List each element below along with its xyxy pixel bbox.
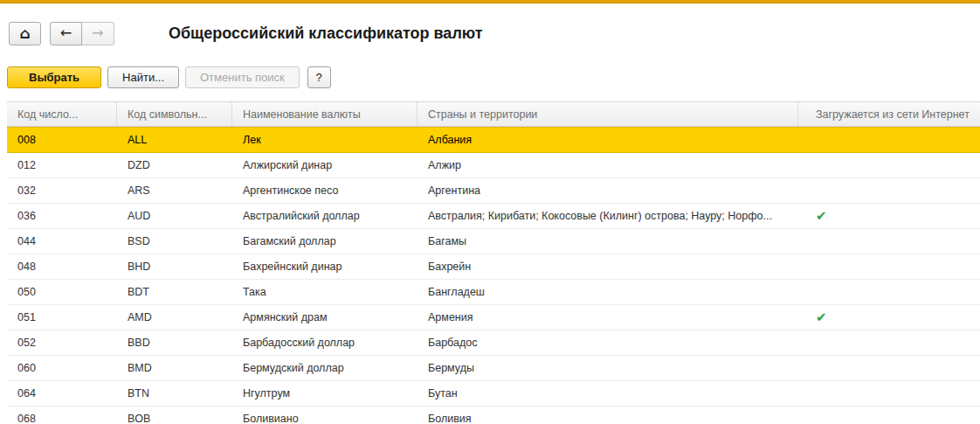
navigation-bar: ⌂ ← → Общероссийский классификатор валют [9,21,971,45]
cell-countries: Аргентина [418,178,798,203]
cell-countries: Бангладеш [418,280,798,304]
column-header-internet[interactable]: Загружается из сети Интернет [798,102,980,126]
help-button[interactable]: ? [307,66,331,88]
cell-countries: Боливия [418,407,798,424]
cell-currency-name: Барбадосский доллар [232,330,418,355]
cell-countries: Бахрейн [418,254,798,279]
table-row[interactable]: 064 BTN Нгултрум Бутан [7,381,980,407]
cell-symbol-code: BTN [117,381,232,406]
table-row[interactable]: 032 ARS Аргентинское песо Аргентина [7,178,980,204]
internet-check-icon: ✔ [816,210,827,223]
cell-currency-name: Аргентинское песо [232,178,418,203]
cell-symbol-code: BBD [117,330,232,355]
cell-internet-flag [798,356,980,380]
cell-internet-flag [798,153,980,177]
internet-check-icon: ✔ [816,311,827,324]
cell-countries: Барбадос [418,330,798,355]
cell-internet-flag [798,381,980,406]
cell-symbol-code: DZD [117,153,232,177]
table-row[interactable]: 051 AMD Армянский драм Армения ✔ [7,305,980,330]
cell-currency-name: Нгултрум [232,381,418,406]
cell-symbol-code: BMD [117,356,232,380]
window-top-accent [0,0,980,3]
cell-numeric-code: 052 [7,330,117,355]
table-row[interactable]: 060 BMD Бермудский доллар Бермуды [7,356,980,381]
cell-internet-flag [798,280,980,304]
cell-currency-name: Австралийский доллар [232,204,418,228]
currency-table-header: Код число... Код символьн... Наименовани… [7,102,980,127]
cell-numeric-code: 008 [7,128,117,152]
cell-internet-flag: ✔ [798,305,980,330]
cell-symbol-code: ARS [117,178,232,203]
table-row[interactable]: 050 BDT Така Бангладеш [7,280,980,305]
cell-symbol-code: BSD [117,229,232,254]
cell-countries: Алжир [418,153,798,177]
cell-numeric-code: 051 [7,305,117,330]
cell-countries: Австралия; Кирибати; Кокосовые (Килинг) … [418,204,798,228]
column-header-numeric-code[interactable]: Код число... [7,102,117,126]
cell-numeric-code: 032 [7,178,117,203]
forward-button[interactable]: → [82,22,114,45]
column-header-currency-name[interactable]: Наименование валюты [232,102,418,126]
cell-internet-flag [798,330,980,355]
cell-numeric-code: 044 [7,229,117,254]
cell-internet-flag [798,254,980,279]
cell-numeric-code: 050 [7,280,117,304]
currency-table-body: 008 ALL Лек Албания 012 DZD Алжирский ди… [7,127,980,424]
cell-numeric-code: 060 [7,356,117,380]
home-icon: ⌂ [19,26,30,41]
table-row[interactable]: 008 ALL Лек Албания [7,127,980,153]
currency-table: Код число... Код символьн... Наименовани… [7,101,980,424]
cell-numeric-code: 012 [7,153,117,177]
cell-countries: Армения [418,305,798,330]
cell-currency-name: Боливиано [232,407,418,424]
cell-numeric-code: 068 [7,407,117,424]
toolbar: Выбрать Найти... Отменить поиск ? [7,66,980,88]
table-row[interactable]: 012 DZD Алжирский динар Алжир [7,153,980,178]
cancel-search-button[interactable]: Отменить поиск [185,66,300,88]
select-button[interactable]: Выбрать [7,66,101,88]
back-button[interactable]: ← [50,22,82,45]
table-row[interactable]: 044 BSD Багамский доллар Багамы [7,229,980,254]
cell-symbol-code: BHD [117,254,232,279]
history-nav-group: ← → [50,22,114,45]
cell-countries: Бутан [418,381,798,406]
cell-currency-name: Бермудский доллар [232,356,418,380]
find-button[interactable]: Найти... [107,66,179,88]
page-title: Общероссийский классификатор валют [169,24,483,43]
table-row[interactable]: 048 BHD Бахрейнский динар Бахрейн [7,254,980,280]
cell-symbol-code: AUD [117,204,232,228]
table-row[interactable]: 052 BBD Барбадосский доллар Барбадос [7,330,980,356]
cell-symbol-code: ALL [117,128,232,152]
cell-internet-flag [798,229,980,254]
cell-internet-flag [798,178,980,203]
table-row[interactable]: 036 AUD Австралийский доллар Австралия; … [7,204,980,229]
cell-currency-name: Лек [232,128,418,152]
cell-internet-flag [798,128,980,152]
home-button[interactable]: ⌂ [9,22,41,45]
table-row[interactable]: 068 BOB Боливиано Боливия [7,407,980,424]
cell-numeric-code: 048 [7,254,117,279]
cell-countries: Бермуды [418,356,798,380]
cell-currency-name: Армянский драм [232,305,418,330]
cell-currency-name: Така [232,280,418,304]
column-header-countries[interactable]: Страны и территории [418,102,798,126]
cell-internet-flag: ✔ [798,204,980,228]
cell-countries: Албания [418,128,798,152]
cell-currency-name: Алжирский динар [232,153,418,177]
cell-symbol-code: BOB [117,407,232,424]
cell-currency-name: Багамский доллар [232,229,418,254]
cell-currency-name: Бахрейнский динар [232,254,418,279]
cell-numeric-code: 036 [7,204,117,228]
cell-countries: Багамы [418,229,798,254]
cell-numeric-code: 064 [7,381,117,406]
back-arrow-icon: ← [60,26,72,40]
cell-internet-flag [798,407,980,424]
cell-symbol-code: AMD [117,305,232,330]
cell-symbol-code: BDT [117,280,232,304]
column-header-symbol-code[interactable]: Код символьн... [117,102,232,126]
forward-arrow-icon: → [92,26,103,40]
